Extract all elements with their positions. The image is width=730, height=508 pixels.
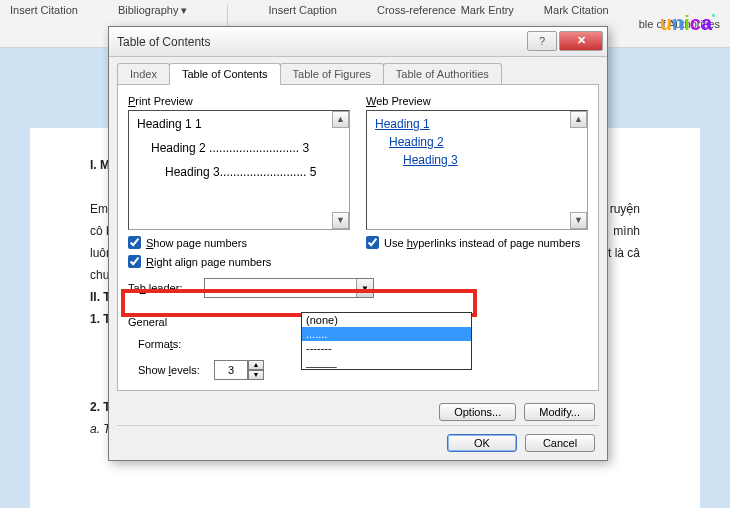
show-levels-label: Show levels: [138, 364, 206, 376]
right-align[interactable]: Right align page numbers [128, 255, 350, 268]
modify-button[interactable]: Modify... [524, 403, 595, 421]
unica-logo: unica• [660, 12, 712, 35]
tab-index[interactable]: Index [117, 63, 170, 84]
cancel-button[interactable]: Cancel [525, 434, 595, 452]
leader-option-underline[interactable]: _____ [302, 355, 471, 369]
leader-option-none[interactable]: (none) [302, 313, 471, 327]
preview-link: Heading 2 [389, 135, 579, 149]
leader-option-dashes[interactable]: ------- [302, 341, 471, 355]
formats-label: Formats: [138, 338, 206, 350]
ribbon-insert-citation[interactable]: Insert Citation [10, 4, 78, 16]
spin-down-icon[interactable]: ▼ [248, 370, 264, 380]
spin-up-icon[interactable]: ▲ [248, 360, 264, 370]
scroll-up-icon[interactable]: ▲ [570, 111, 587, 128]
preview-link: Heading 3 [403, 153, 579, 167]
preview-link: Heading 1 [375, 117, 579, 131]
doc-text: ruyện [610, 202, 640, 216]
help-button[interactable]: ? [527, 31, 557, 51]
web-preview: Heading 1 Heading 2 Heading 3 ▲ ▼ [366, 110, 588, 230]
doc-text: mình [613, 224, 640, 238]
toc-dialog: Table of Contents ? ✕ Index Table of Con… [108, 26, 608, 461]
ribbon-label: Insert Citation [10, 4, 78, 16]
preview-line: Heading 1 1 [137, 117, 341, 131]
tab-toc[interactable]: Table of Contents [169, 63, 281, 85]
use-hyperlinks[interactable]: Use hyperlinks instead of page numbers [366, 236, 588, 249]
chevron-down-icon[interactable]: ▼ [356, 279, 373, 297]
show-page-numbers-checkbox[interactable] [128, 236, 141, 249]
print-preview-label: Print Preview [128, 95, 350, 107]
web-preview-label: Web Preview [366, 95, 588, 107]
tab-figures[interactable]: Table of Figures [280, 63, 384, 84]
show-levels-spinner[interactable]: ▲ ▼ [214, 360, 264, 380]
ribbon-cross-reference[interactable]: Cross-reference [377, 4, 456, 16]
use-hyperlinks-checkbox[interactable] [366, 236, 379, 249]
show-levels-input[interactable] [214, 360, 248, 380]
ribbon-label: Insert Caption [268, 4, 336, 16]
tab-leader-dropdown[interactable]: (none) ....... ------- _____ [301, 312, 472, 370]
dialog-title: Table of Contents [117, 35, 527, 49]
leader-option-dots[interactable]: ....... [302, 327, 471, 341]
right-align-checkbox[interactable] [128, 255, 141, 268]
ribbon-label: Mark Citation [544, 4, 609, 16]
ok-button[interactable]: OK [447, 434, 517, 452]
preview-line: Heading 3.......................... 5 [165, 165, 341, 179]
ribbon-mark-citation[interactable]: Mark Citation [544, 4, 609, 16]
preview-line: Heading 2 ........................... 3 [151, 141, 341, 155]
tab-leader-value: ....... [209, 282, 230, 294]
close-button[interactable]: ✕ [559, 31, 603, 51]
show-page-numbers[interactable]: Show page numbers [128, 236, 350, 249]
ribbon-insert-caption[interactable]: Insert Caption [268, 4, 336, 16]
tab-leader-combo[interactable]: ....... ▼ [204, 278, 374, 298]
tabstrip: Index Table of Contents Table of Figures… [109, 57, 607, 84]
ribbon-bibliography[interactable]: Bibliography ▾ [118, 4, 188, 17]
ribbon-mark-entry[interactable]: Mark Entry [461, 4, 514, 16]
ribbon-label: Mark Entry [461, 4, 514, 16]
tab-authorities[interactable]: Table of Authorities [383, 63, 502, 84]
tab-leader-label: Tab leader: [128, 282, 196, 294]
scroll-down-icon[interactable]: ▼ [570, 212, 587, 229]
ribbon-label: Bibliography ▾ [118, 4, 188, 17]
print-preview: Heading 1 1 Heading 2 ..................… [128, 110, 350, 230]
scroll-down-icon[interactable]: ▼ [332, 212, 349, 229]
options-button[interactable]: Options... [439, 403, 516, 421]
titlebar[interactable]: Table of Contents ? ✕ [109, 27, 607, 57]
ribbon-label: Cross-reference [377, 4, 456, 16]
scroll-up-icon[interactable]: ▲ [332, 111, 349, 128]
